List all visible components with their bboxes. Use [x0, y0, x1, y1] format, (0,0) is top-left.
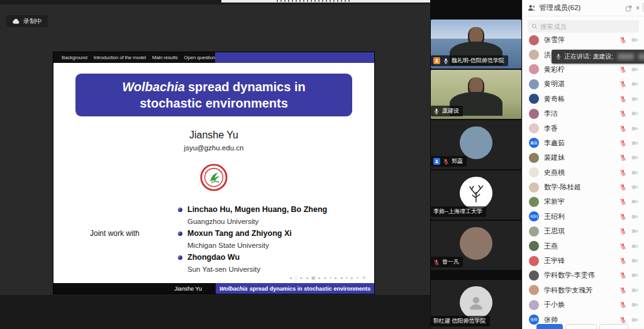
camera-off-icon[interactable]	[631, 36, 638, 43]
mic-muted-icon[interactable]	[619, 66, 626, 73]
member-row[interactable]: 黄明湛	[523, 77, 644, 91]
member-row[interactable]: 王燕	[523, 238, 644, 253]
camera-off-icon[interactable]	[631, 213, 638, 220]
member-avatar	[529, 182, 539, 192]
member-row[interactable]: 李香	[523, 121, 644, 135]
member-row[interactable]: 数学-陈桂超	[523, 180, 644, 194]
mic-muted-icon[interactable]	[619, 257, 626, 264]
camera-off-icon[interactable]	[631, 125, 638, 132]
camera-off-icon[interactable]	[631, 96, 638, 103]
member-avatar	[529, 270, 539, 281]
collaborator-names: Zhongdao Wu	[187, 252, 240, 264]
mic-muted-icon[interactable]	[619, 36, 626, 43]
mic-muted-icon[interactable]	[619, 169, 626, 176]
mic-icon	[433, 259, 440, 265]
member-search[interactable]	[528, 20, 639, 33]
member-row[interactable]: 张雪萍	[523, 33, 644, 47]
camera-off-icon[interactable]	[631, 272, 638, 279]
member-row[interactable]: 王宇锋	[523, 254, 644, 268]
camera-off-icon[interactable]	[631, 110, 638, 117]
members-icon	[528, 4, 536, 11]
mic-muted-icon[interactable]	[619, 287, 626, 294]
redacted-name-blob	[618, 53, 634, 60]
mic-muted-icon[interactable]	[619, 96, 626, 103]
popout-panel-icon[interactable]	[625, 4, 632, 12]
camera-off-icon[interactable]	[631, 81, 638, 87]
mic-muted-icon[interactable]	[619, 213, 626, 220]
member-row[interactable]: 鑫茹 李鑫茹	[523, 136, 644, 150]
speaking-tooltip-text: 正在讲话: 庞建设;	[564, 52, 613, 61]
mic-muted-icon[interactable]	[619, 316, 626, 323]
video-name-label: 曾一凡	[431, 257, 463, 267]
close-panel-icon[interactable]: ×	[634, 4, 641, 12]
speaking-tooltip: 正在讲话: 庞建设;	[552, 50, 644, 64]
video-name-label: 庞建设	[431, 106, 463, 116]
mic-muted-icon[interactable]	[619, 272, 626, 279]
video-thumbnail[interactable]: 郭红建 信阳师范学院	[431, 280, 521, 329]
video-thumbnail[interactable]: 魏礼明-信阳师范学院	[431, 20, 521, 69]
camera-off-icon[interactable]	[631, 257, 638, 264]
mic-muted-icon[interactable]	[619, 81, 626, 87]
mic-icon	[443, 58, 449, 64]
university-logo	[199, 163, 228, 192]
member-row[interactable]: 于小焕	[523, 298, 644, 312]
mic-muted-icon[interactable]	[619, 125, 626, 132]
mic-muted-icon[interactable]	[619, 110, 626, 117]
member-row[interactable]: 绍利 王绍利	[523, 209, 644, 224]
camera-off-icon[interactable]	[631, 198, 638, 205]
camera-off-icon[interactable]	[631, 169, 638, 176]
member-avatar: 张帅	[529, 315, 539, 325]
video-thumbnail[interactable]: 曾一凡	[431, 221, 521, 270]
video-thumbnail[interactable]: 郑蕊	[431, 120, 521, 169]
collaborator-item: Moxun Tang and Zhiyong Xi Michigan State…	[178, 228, 327, 252]
camera-off-icon[interactable]	[631, 66, 638, 73]
member-row[interactable]: 宋新宇	[523, 194, 644, 209]
mic-muted-icon[interactable]	[619, 198, 626, 205]
participant-name: 郭红建 信阳师范学院	[433, 317, 486, 325]
mic-muted-icon[interactable]	[619, 140, 626, 147]
camera-off-icon[interactable]	[631, 140, 638, 147]
slide-tab-introduction: Introduction of the model	[94, 55, 146, 60]
mic-muted-icon[interactable]	[619, 301, 626, 308]
member-row[interactable]: 黄彩柠	[523, 62, 644, 77]
member-row[interactable]: 学科数学支瑰芳	[523, 283, 644, 298]
panel-footer-button-secondary[interactable]	[565, 324, 597, 329]
video-thumbnail[interactable]: 庞建设	[431, 70, 521, 119]
camera-off-icon[interactable]	[631, 301, 638, 308]
video-thumbnail[interactable]: 李帅--上海理工大学	[431, 170, 521, 220]
camera-off-icon[interactable]	[631, 184, 638, 191]
member-avatar: 鑫茹	[529, 138, 539, 148]
panel-title: 管理成员(62)	[539, 3, 580, 13]
participant-name: 魏礼明-信阳师范学院	[452, 57, 504, 65]
video-name-label: 郑蕊	[431, 156, 467, 167]
recording-label: 录制中	[23, 17, 42, 26]
mic-muted-icon[interactable]	[619, 154, 626, 161]
member-row[interactable]: 王思琪	[523, 224, 644, 238]
member-row[interactable]: 学科数学-李雯伟	[523, 268, 644, 282]
mic-muted-icon[interactable]	[619, 184, 626, 191]
member-avatar	[529, 300, 539, 310]
panel-footer-button-primary[interactable]	[536, 324, 563, 329]
member-avatar	[529, 50, 539, 60]
mic-muted-icon[interactable]	[619, 228, 626, 235]
member-row[interactable]: 史燕桃	[523, 165, 644, 180]
camera-off-icon[interactable]	[631, 228, 638, 235]
member-row[interactable]: 黄奇栋	[523, 92, 644, 106]
recording-badge[interactable]: 录制中	[6, 15, 48, 27]
search-input[interactable]	[540, 23, 635, 30]
panel-footer-button-more[interactable]	[599, 324, 628, 329]
footer-title: Wolbachiaspread dynamics in stochastic e…	[216, 283, 374, 294]
camera-off-icon[interactable]	[631, 243, 638, 250]
collaborator-item: Linchao Hu, Mugen Huang, Bo Zheng Guangz…	[178, 204, 327, 228]
camera-off-icon[interactable]	[631, 316, 638, 323]
camera-off-icon[interactable]	[631, 154, 638, 161]
member-avatar	[529, 123, 539, 133]
member-row[interactable]: 李洁	[523, 106, 644, 121]
mic-muted-icon[interactable]	[619, 243, 626, 250]
slide-tab-open-questions: Open questions	[184, 55, 218, 60]
member-row[interactable]: 裴建妹	[523, 150, 644, 165]
camera-off-icon[interactable]	[631, 287, 638, 294]
slide-footer: Jianshe Yu Wolbachiaspread dynamics in s…	[53, 283, 374, 294]
bullet-icon	[178, 255, 182, 260]
member-avatar	[529, 256, 539, 266]
